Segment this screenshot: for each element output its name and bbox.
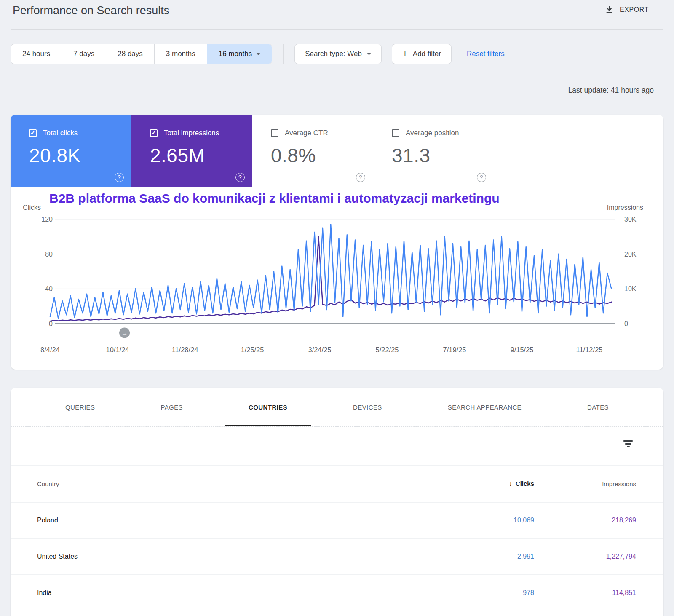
date-range-group: 24 hours 7 days 28 days 3 months 16 mont… — [11, 44, 272, 64]
header-divider — [11, 29, 663, 30]
svg-text:80: 80 — [45, 251, 53, 258]
chevron-down-icon — [256, 53, 260, 55]
range-3-months[interactable]: 3 months — [154, 44, 207, 64]
range-16-months[interactable]: 16 months — [207, 44, 272, 64]
chevron-down-icon — [367, 53, 371, 55]
tile-total-impressions[interactable]: Total impressions 2.65M — [131, 115, 252, 187]
svg-text:30K: 30K — [624, 216, 637, 223]
tab-countries[interactable]: COUNTRIES — [249, 388, 287, 426]
svg-text:20K: 20K — [624, 251, 637, 258]
export-button[interactable]: EXPORT — [605, 5, 649, 14]
column-header-country[interactable]: Country — [37, 480, 450, 487]
svg-text:40: 40 — [45, 285, 53, 292]
table-row[interactable]: Poland 10,069 218,269 — [11, 503, 663, 539]
controls-divider — [283, 44, 284, 64]
table-header: Country Clicks Impressions — [11, 466, 663, 503]
performance-line-chart[interactable]: Clicks04080120Impressions010K20K30K8/4/2… — [11, 185, 663, 367]
svg-text:5/22/25: 5/22/25 — [375, 346, 399, 354]
dimensions-table-card: QUERIES PAGES COUNTRIES DEVICES SEARCH A… — [11, 388, 663, 616]
svg-text:11/28/24: 11/28/24 — [171, 346, 198, 354]
svg-text:3/24/25: 3/24/25 — [308, 346, 331, 354]
impressions-line — [50, 236, 611, 321]
reset-filters-link[interactable]: Reset filters — [467, 50, 505, 58]
tile-average-ctr[interactable]: Average CTR 0.8% — [252, 115, 373, 187]
svg-text:10K: 10K — [624, 285, 637, 292]
range-24-hours[interactable]: 24 hours — [11, 44, 62, 64]
chart-annotation-text: B2B platforma SaaS do komunikacji z klie… — [49, 189, 530, 208]
svg-text:120: 120 — [41, 216, 53, 223]
total-impressions-checkbox[interactable] — [150, 129, 158, 137]
clicks-cell: 2,991 — [450, 553, 534, 560]
download-icon — [605, 5, 614, 14]
svg-text:9/15/25: 9/15/25 — [510, 346, 533, 354]
chart-annotation-marker[interactable]: → — [119, 328, 130, 338]
tile-label: Total impressions — [164, 129, 219, 137]
svg-text:Clicks: Clicks — [23, 204, 41, 211]
metric-tiles: Total clicks 20.8K Total impressions 2.6… — [11, 115, 663, 187]
help-icon[interactable] — [115, 173, 124, 182]
country-cell: United States — [37, 553, 450, 560]
page-title: Performance on Search results — [13, 4, 169, 17]
svg-text:7/19/25: 7/19/25 — [443, 346, 466, 354]
svg-text:1/25/25: 1/25/25 — [241, 346, 264, 354]
table-filter-icon[interactable] — [623, 440, 633, 449]
tab-pages[interactable]: PAGES — [160, 388, 183, 426]
total-clicks-value: 20.8K — [29, 144, 131, 167]
tile-label: Total clicks — [43, 129, 78, 137]
clicks-line — [50, 224, 611, 318]
sort-desc-icon — [509, 480, 516, 487]
impressions-cell: 218,269 — [534, 517, 636, 524]
column-header-impressions[interactable]: Impressions — [534, 480, 636, 487]
tile-total-clicks[interactable]: Total clicks 20.8K — [11, 115, 131, 187]
average-position-value: 31.3 — [392, 144, 494, 167]
table-toolbar — [11, 427, 663, 466]
help-icon[interactable] — [477, 173, 486, 182]
svg-text:10/1/24: 10/1/24 — [106, 346, 129, 354]
average-position-checkbox[interactable] — [392, 129, 399, 137]
range-7-days[interactable]: 7 days — [62, 44, 106, 64]
tile-label: Average CTR — [285, 129, 328, 137]
clicks-cell: 10,069 — [450, 517, 534, 524]
tab-queries[interactable]: QUERIES — [65, 388, 95, 426]
dimension-tabs: QUERIES PAGES COUNTRIES DEVICES SEARCH A… — [11, 388, 663, 427]
country-cell: India — [37, 589, 450, 597]
tab-dates[interactable]: DATES — [587, 388, 609, 426]
tile-label: Average position — [406, 129, 459, 137]
search-type-dropdown[interactable]: Search type: Web — [294, 44, 382, 64]
average-ctr-value: 0.8% — [271, 144, 373, 167]
total-impressions-value: 2.65M — [150, 144, 252, 167]
help-icon[interactable] — [356, 173, 365, 182]
range-28-days[interactable]: 28 days — [106, 44, 154, 64]
average-ctr-checkbox[interactable] — [271, 129, 278, 137]
column-header-clicks[interactable]: Clicks — [450, 480, 534, 487]
svg-text:11/12/25: 11/12/25 — [576, 346, 602, 354]
table-row[interactable]: United States 2,991 1,227,794 — [11, 539, 663, 575]
performance-chart-card: Total clicks 20.8K Total impressions 2.6… — [11, 115, 663, 370]
impressions-cell: 114,851 — [534, 589, 636, 597]
filter-controls: 24 hours 7 days 28 days 3 months 16 mont… — [11, 44, 663, 64]
tab-search-appearance[interactable]: SEARCH APPEARANCE — [448, 388, 522, 426]
svg-text:8/4/24: 8/4/24 — [40, 346, 60, 354]
svg-text:Impressions: Impressions — [607, 204, 643, 211]
country-cell: Poland — [37, 517, 450, 524]
total-clicks-checkbox[interactable] — [29, 129, 37, 137]
impressions-cell: 1,227,794 — [534, 553, 636, 560]
clicks-cell: 978 — [450, 589, 534, 597]
last-update-text: Last update: 41 hours ago — [568, 86, 654, 95]
table-row[interactable]: India 978 114,851 — [11, 575, 663, 611]
tile-average-position[interactable]: Average position 31.3 — [373, 115, 494, 187]
plus-icon: + — [402, 49, 408, 59]
help-icon[interactable] — [235, 173, 245, 182]
chart-area: Clicks04080120Impressions010K20K30K8/4/2… — [11, 185, 663, 370]
export-label: EXPORT — [620, 6, 649, 13]
arrow-right-icon: → — [121, 329, 128, 337]
add-filter-button[interactable]: + Add filter — [392, 44, 452, 64]
svg-text:0: 0 — [624, 320, 628, 327]
tab-devices[interactable]: DEVICES — [353, 388, 382, 426]
